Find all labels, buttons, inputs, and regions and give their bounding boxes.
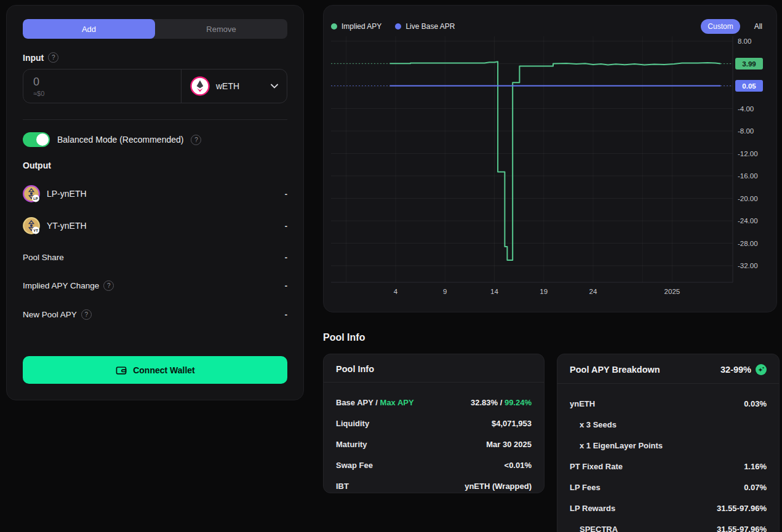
- pool-info-card: Pool Info Base APY / Max APY 32.83% / 99…: [323, 354, 545, 493]
- token-selector[interactable]: wETH: [181, 69, 287, 103]
- implied-apy-change-label: Implied APY Change?: [23, 280, 114, 291]
- amount-usd-value: ≈$0: [33, 90, 171, 97]
- y-axis-tick-label: -32.00: [738, 262, 758, 269]
- output-row-lp: LP LP-ynETH -: [23, 185, 287, 202]
- svg-text:LP: LP: [33, 197, 38, 200]
- y-axis-tick-label: -28.00: [738, 240, 758, 247]
- x-axis-tick-label: 9: [443, 288, 447, 295]
- y-axis-tick-label: -16.00: [738, 172, 758, 180]
- range-custom-button[interactable]: Custom: [701, 19, 740, 34]
- pool-share-value: -: [285, 253, 287, 262]
- liquidity-form-panel: Add Remove Input ? 0 ≈$0 wETH Balanced M…: [6, 5, 304, 400]
- legend-implied-apy: Implied APY: [331, 22, 381, 31]
- legend-live-base-apr: Live Base APR: [395, 22, 455, 31]
- pool-share-row: Pool Share -: [23, 253, 287, 262]
- liquidity-row: Liquidity $4,071,953: [336, 419, 532, 428]
- base-max-apy-row: Base APY / Max APY 32.83% / 99.24%: [336, 398, 532, 407]
- swap-fee-row: Swap Fee <0.01%: [336, 461, 532, 470]
- boost-sparkle-icon: ✦ ✦: [756, 364, 767, 375]
- input-label: Input: [23, 53, 44, 63]
- balanced-mode-toggle[interactable]: [23, 132, 50, 147]
- last-value-badge-label: 0.05: [742, 82, 756, 90]
- seeds-row: x 3 Seeds: [570, 420, 767, 429]
- new-pool-apy-value: -: [285, 310, 287, 319]
- output-row-yt: YT YT-ynETH -: [23, 217, 287, 234]
- y-axis-tick-label: -8.00: [738, 127, 754, 135]
- pool-info-section-title: Pool Info: [323, 332, 365, 343]
- yneth-row: ynETH 0.03%: [570, 399, 767, 408]
- amount-value[interactable]: 0: [33, 76, 171, 89]
- ibt-row: IBT ynETH (Wrapped): [336, 482, 532, 491]
- apy-chart-panel: Implied APY Live Base APR Custom All 8.0…: [323, 5, 777, 312]
- y-axis-tick-label: -24.00: [738, 217, 758, 224]
- y-axis-tick-label: -12.00: [738, 150, 758, 157]
- svg-text:✦: ✦: [762, 366, 765, 370]
- new-pool-apy-help-icon[interactable]: ?: [81, 309, 92, 320]
- tab-remove[interactable]: Remove: [155, 19, 287, 39]
- implied-apy-change-value: -: [285, 281, 287, 290]
- x-axis-tick-label: 4: [394, 288, 398, 295]
- new-pool-apy-label: New Pool APY?: [23, 309, 92, 320]
- spectra-row: SPECTRA 31.55-97.96%: [570, 525, 767, 532]
- lp-yneth-token-icon: LP: [23, 185, 40, 202]
- chevron-down-icon: [271, 84, 278, 89]
- output-label: Output: [23, 161, 287, 170]
- y-axis-tick-label: 8.00: [738, 38, 751, 45]
- output-lp-value: -: [285, 189, 287, 199]
- pool-apy-breakdown-card: Pool APY Breakdown 32-99% ✦ ✦ ynETH 0.03…: [557, 354, 780, 532]
- yt-yneth-token-icon: YT: [23, 217, 40, 234]
- maturity-row: Maturity Mar 30 2025: [336, 440, 532, 449]
- lp-rewards-row: LP Rewards 31.55-97.96%: [570, 504, 767, 513]
- implied-apy-change-row: Implied APY Change? -: [23, 280, 287, 291]
- x-axis-tick-label: 14: [490, 288, 498, 295]
- new-pool-apy-row: New Pool APY? -: [23, 309, 287, 320]
- implied-apy-dot-icon: [331, 23, 337, 30]
- pool-share-label: Pool Share: [23, 253, 64, 262]
- lp-fees-row: LP Fees 0.07%: [570, 483, 767, 492]
- apy-breakdown-total: 32-99%: [720, 365, 751, 375]
- pt-fixed-rate-row: PT Fixed Rate 1.16%: [570, 462, 767, 471]
- balanced-mode-help-icon[interactable]: ?: [191, 135, 201, 145]
- add-remove-tabs: Add Remove: [23, 19, 287, 39]
- live-base-apr-dot-icon: [395, 23, 401, 30]
- input-help-icon[interactable]: ?: [48, 52, 58, 63]
- amount-input-box: 0 ≈$0 wETH: [23, 69, 287, 103]
- x-axis-tick-label: 19: [540, 288, 548, 295]
- pool-info-card-title: Pool Info: [336, 364, 532, 374]
- x-axis-tick-label: 24: [589, 288, 597, 295]
- implied-apy-change-help-icon[interactable]: ?: [103, 280, 114, 291]
- amount-field[interactable]: 0 ≈$0: [23, 69, 181, 103]
- y-axis-tick-label: -4.00: [738, 105, 754, 113]
- weth-token-icon: [190, 76, 210, 96]
- x-axis-tick-label: 2025: [664, 288, 680, 295]
- output-lp-name: LP-ynETH: [47, 189, 87, 199]
- base-max-apy-label: Base APY / Max APY: [336, 398, 414, 407]
- output-yt-name: YT-ynETH: [47, 221, 87, 231]
- output-yt-value: -: [285, 221, 287, 231]
- last-value-badge-label: 3.99: [742, 60, 756, 68]
- balanced-mode-label: Balanced Mode (Recommended): [57, 135, 183, 145]
- apy-history-chart[interactable]: 8.00-4.00-8.00-12.00-16.00-20.00-24.00-2…: [324, 36, 778, 302]
- base-max-apy-value: 32.83% / 99.24%: [471, 398, 532, 407]
- svg-text:YT: YT: [33, 229, 38, 232]
- section-divider: [23, 119, 287, 120]
- token-symbol: wETH: [216, 81, 265, 91]
- tab-add[interactable]: Add: [23, 19, 155, 39]
- connect-wallet-button[interactable]: Connect Wallet: [23, 356, 287, 384]
- apy-breakdown-title: Pool APY Breakdown: [570, 365, 720, 375]
- y-axis-tick-label: -20.00: [738, 195, 758, 202]
- wallet-icon: [115, 364, 127, 376]
- eigenlayer-points-row: x 1 EigenLayer Points: [570, 441, 767, 450]
- implied-apy-line: [389, 62, 720, 260]
- range-all-button[interactable]: All: [748, 19, 769, 34]
